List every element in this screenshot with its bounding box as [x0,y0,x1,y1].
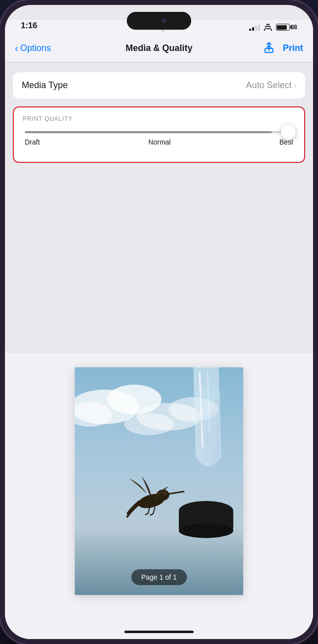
svg-point-6 [124,413,174,435]
print-quality-label: PRINT QUALITY [23,115,295,122]
svg-point-10 [179,523,233,538]
battery-indicator: 88 [276,24,297,31]
battery-icon [276,24,290,31]
slider-track [25,131,293,133]
print-preview-area: Page 1 of 1 [5,352,313,639]
slider-fill [25,131,272,133]
slider-thumb[interactable] [281,125,296,140]
front-camera [161,18,166,23]
signal-icon [249,24,260,31]
page-title: Media & Quality [125,43,192,53]
media-type-row[interactable]: Media Type Auto Select › [13,72,305,99]
back-button[interactable]: ‹ Options [15,43,51,54]
print-quality-section: PRINT QUALITY Draft Normal Best [13,106,305,163]
back-label: Options [20,43,51,53]
share-icon [263,42,275,53]
status-time: 1:16 [21,21,37,31]
battery-percentage: 88 [291,24,297,31]
content-area: Media Type Auto Select › PRINT QUALITY D… [5,62,313,639]
page-indicator: Page 1 of 1 [131,569,187,585]
quality-slider-container: Draft Normal Best [23,131,295,146]
dynamic-island [127,12,191,30]
page-preview: Page 1 of 1 [75,367,243,595]
slider-label-draft: Draft [25,138,40,146]
status-icons: 88 [249,24,297,31]
slider-labels: Draft Normal Best [25,138,293,146]
media-type-chevron-icon: › [294,81,296,90]
share-button[interactable] [263,42,275,55]
battery-fill [277,25,287,30]
print-button[interactable]: Print [283,43,303,53]
svg-point-14 [164,493,165,494]
slider-label-normal: Normal [149,138,171,146]
phone-frame: 1:16 [0,0,318,644]
wifi-icon [264,24,272,31]
home-indicator[interactable] [124,631,194,633]
media-type-label: Media Type [22,80,68,91]
media-type-value[interactable]: Auto Select › [246,80,296,91]
media-type-selected: Auto Select [246,80,292,91]
back-chevron-icon: ‹ [15,43,18,54]
nav-bar: ‹ Options Media & Quality Print [5,35,313,62]
nav-actions: Print [263,42,303,55]
preview-image: Page 1 of 1 [75,367,243,595]
screen: 1:16 [5,5,313,639]
